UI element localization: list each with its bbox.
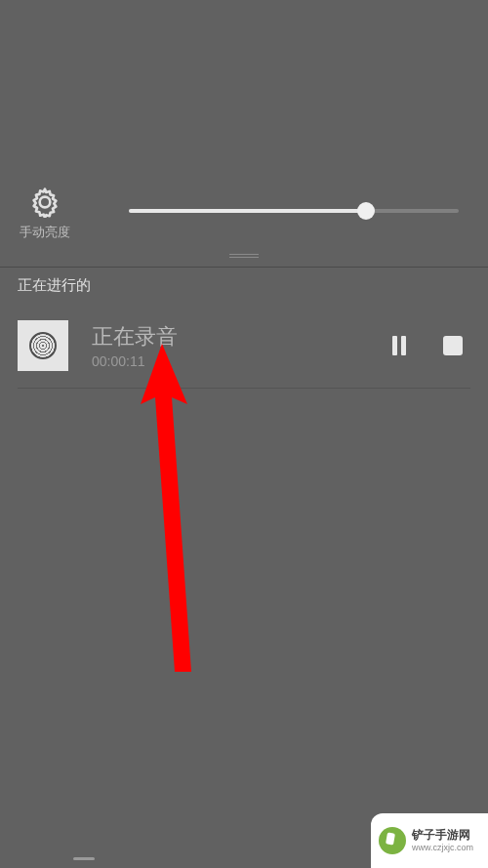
notification-controls — [392, 336, 463, 355]
slider-fill — [129, 209, 366, 213]
brightness-control-panel: 手动亮度 — [0, 176, 488, 252]
stop-button[interactable] — [443, 336, 463, 355]
brightness-slider[interactable] — [129, 201, 459, 221]
divider — [18, 388, 470, 389]
brightness-mode-label: 手动亮度 — [20, 224, 70, 241]
shovel-icon — [379, 827, 406, 854]
ongoing-section-header: 正在进行的 — [18, 276, 91, 295]
brightness-mode-toggle[interactable]: 手动亮度 — [20, 186, 70, 241]
notification-text: 正在录音 00:00:11 — [92, 322, 392, 369]
recorder-app-icon — [18, 320, 68, 371]
notification-title: 正在录音 — [92, 322, 392, 351]
nav-hint — [73, 857, 95, 860]
gear-icon — [29, 186, 61, 218]
microphone-icon — [29, 332, 57, 359]
slider-thumb[interactable] — [357, 202, 375, 220]
annotation-arrow — [141, 344, 219, 681]
watermark-title: 铲子手游网 — [412, 828, 473, 842]
divider — [0, 267, 488, 268]
watermark-url: www.czjxjc.com — [412, 843, 473, 853]
panel-drag-handle[interactable] — [229, 254, 259, 258]
recording-notification[interactable]: 正在录音 00:00:11 — [18, 316, 470, 375]
pause-button[interactable] — [392, 336, 406, 355]
watermark: 铲子手游网 www.czjxjc.com — [371, 813, 488, 868]
notification-timer: 00:00:11 — [92, 353, 392, 369]
